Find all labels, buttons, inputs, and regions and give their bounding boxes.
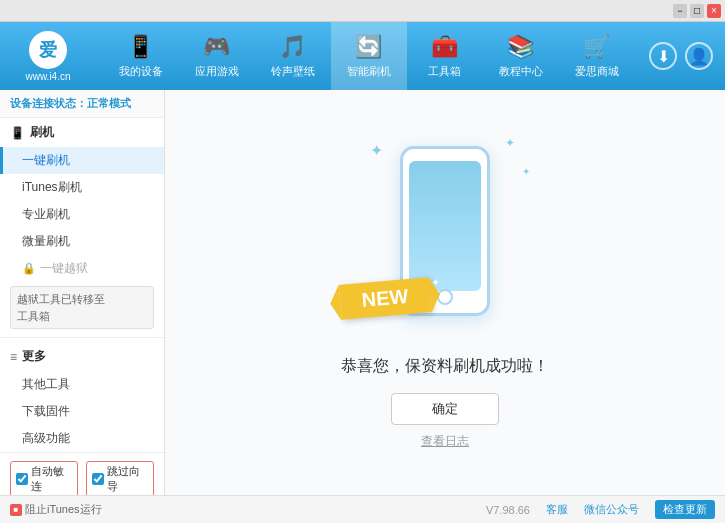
statusbar: ■ 阻止iTunes运行 V7.98.66 客服 微信公众号 检查更新 <box>0 495 725 523</box>
status-label: 设备连接状态： <box>10 97 87 109</box>
device-status: 设备连接状态：正常模式 <box>0 90 164 118</box>
new-stars-right: ✦ <box>431 277 440 288</box>
my-device-icon: 📱 <box>127 34 154 60</box>
nav-tutorials[interactable]: 📚 教程中心 <box>483 22 559 90</box>
auto-connect-label: 自动敏连 <box>31 464 72 494</box>
phone-illustration: ✦ ✦ ✦ ✦ NEW ✦ <box>355 136 535 336</box>
main-layout: 设备连接状态：正常模式 📱 刷机 一键刷机 iTunes刷机 专业刷机 微量刷机… <box>0 90 725 495</box>
customer-service-link[interactable]: 客服 <box>546 502 568 517</box>
check-update-button[interactable]: 检查更新 <box>655 500 715 519</box>
sidebar-item-itunes-flash[interactable]: iTunes刷机 <box>0 174 164 201</box>
itunes-running[interactable]: ■ 阻止iTunes运行 <box>10 502 102 517</box>
logo-site: www.i4.cn <box>25 71 70 82</box>
more-label: 更多 <box>22 348 46 365</box>
nav-ringtones[interactable]: 🎵 铃声壁纸 <box>255 22 331 90</box>
more-section-header: ≡ 更多 <box>0 342 164 371</box>
main-nav: 📱 我的设备 🎮 应用游戏 🎵 铃声壁纸 🔄 智能刷机 🧰 工具箱 📚 教程中心… <box>88 22 649 90</box>
toolbox-label: 工具箱 <box>428 64 461 79</box>
smart-flash-icon: 🔄 <box>355 34 382 60</box>
new-stars-left: ✦ <box>326 286 335 297</box>
sidebar-divider <box>0 337 164 338</box>
toolbox-icon: 🧰 <box>431 34 458 60</box>
mall-icon: 🛒 <box>583 34 610 60</box>
header: 爱 www.i4.cn 📱 我的设备 🎮 应用游戏 🎵 铃声壁纸 🔄 智能刷机 … <box>0 22 725 90</box>
confirm-button[interactable]: 确定 <box>391 393 499 425</box>
statusbar-right: V7.98.66 客服 微信公众号 检查更新 <box>486 500 715 519</box>
tutorials-label: 教程中心 <box>499 64 543 79</box>
nav-my-device[interactable]: 📱 我的设备 <box>103 22 179 90</box>
new-badge: ✦ NEW ✦ <box>339 277 432 320</box>
titlebar: － □ × <box>0 0 725 22</box>
my-device-label: 我的设备 <box>119 64 163 79</box>
lock-icon: 🔒 <box>22 262 36 275</box>
minimize-button[interactable]: － <box>673 4 687 18</box>
logo: 爱 www.i4.cn <box>8 31 88 82</box>
apps-label: 应用游戏 <box>195 64 239 79</box>
sidebar-item-advanced[interactable]: 高级功能 <box>0 425 164 452</box>
success-message: 恭喜您，保资料刷机成功啦！ <box>341 356 549 377</box>
sidebar: 设备连接状态：正常模式 📱 刷机 一键刷机 iTunes刷机 专业刷机 微量刷机… <box>0 90 165 495</box>
skip-guide-checkbox[interactable]: 跳过向导 <box>86 461 154 495</box>
ringtones-label: 铃声壁纸 <box>271 64 315 79</box>
wechat-public-link[interactable]: 微信公众号 <box>584 502 639 517</box>
sparkle-2: ✦ <box>505 136 515 150</box>
nav-apps[interactable]: 🎮 应用游戏 <box>179 22 255 90</box>
phone-screen <box>409 161 481 291</box>
sidebar-item-other-tools[interactable]: 其他工具 <box>0 371 164 398</box>
checkbox-row: 自动敏连 跳过向导 <box>10 461 154 495</box>
maximize-button[interactable]: □ <box>690 4 704 18</box>
nav-smart-flash[interactable]: 🔄 智能刷机 <box>331 22 407 90</box>
skip-guide-label: 跳过向导 <box>107 464 148 494</box>
flash-section-label: 刷机 <box>30 124 54 141</box>
flash-section-header: 📱 刷机 <box>0 118 164 147</box>
mall-label: 爱思商城 <box>575 64 619 79</box>
nav-mall[interactable]: 🛒 爱思商城 <box>559 22 635 90</box>
sidebar-item-micro-flash[interactable]: 微量刷机 <box>0 228 164 255</box>
sidebar-item-one-click-flash[interactable]: 一键刷机 <box>0 147 164 174</box>
auto-connect-checkbox[interactable]: 自动敏连 <box>10 461 78 495</box>
new-badge-text: NEW <box>361 285 409 311</box>
apps-icon: 🎮 <box>203 34 230 60</box>
sidebar-item-download-firmware[interactable]: 下载固件 <box>0 398 164 425</box>
sidebar-item-pro-flash[interactable]: 专业刷机 <box>0 201 164 228</box>
smart-flash-label: 智能刷机 <box>347 64 391 79</box>
device-info: 自动敏连 跳过向导 📱 iPhone 12 mini 64GB Down-12m… <box>0 452 164 495</box>
stop-icon: ■ <box>10 504 22 516</box>
sparkle-3: ✦ <box>522 166 530 177</box>
itunes-label: 阻止iTunes运行 <box>25 502 102 517</box>
status-value: 正常模式 <box>87 97 131 109</box>
jailbreak-label: 一键越狱 <box>40 260 88 277</box>
version-label: V7.98.66 <box>486 504 530 516</box>
user-button[interactable]: 👤 <box>685 42 713 70</box>
auto-connect-input[interactable] <box>16 473 28 485</box>
logo-icon: 爱 <box>29 31 67 69</box>
close-button[interactable]: × <box>707 4 721 18</box>
tutorials-icon: 📚 <box>507 34 534 60</box>
sidebar-item-jailbreak-disabled: 🔒 一键越狱 <box>0 255 164 282</box>
jailbreak-notice: 越狱工具已转移至工具箱 <box>10 286 154 329</box>
content-area: ✦ ✦ ✦ ✦ NEW ✦ 恭喜您，保资料刷机成功啦！ 确定 查看日志 <box>165 90 725 495</box>
sparkle-1: ✦ <box>370 141 383 160</box>
flash-section-icon: 📱 <box>10 126 25 140</box>
more-icon: ≡ <box>10 350 17 364</box>
statusbar-left: ■ 阻止iTunes运行 <box>10 502 486 517</box>
download-button[interactable]: ⬇ <box>649 42 677 70</box>
ringtones-icon: 🎵 <box>279 34 306 60</box>
nav-toolbox[interactable]: 🧰 工具箱 <box>407 22 483 90</box>
skip-guide-input[interactable] <box>92 473 104 485</box>
view-log-link[interactable]: 查看日志 <box>421 433 469 450</box>
header-actions: ⬇ 👤 <box>649 42 713 70</box>
